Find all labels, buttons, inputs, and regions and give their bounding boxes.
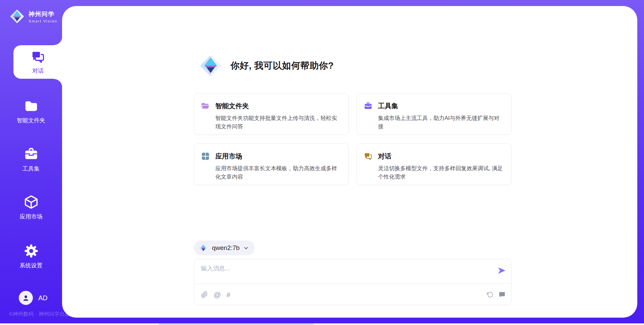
sidebar-item-label: 智能文件夹 (17, 117, 45, 124)
grid-icon (201, 152, 210, 161)
folder-icon (23, 98, 39, 114)
chevron-down-icon (244, 246, 249, 251)
message-input[interactable] (201, 264, 489, 281)
sidebar-item-app-market[interactable]: 应用市场 (0, 194, 62, 220)
history-icon[interactable] (487, 291, 494, 298)
hash-icon[interactable]: # (226, 291, 230, 298)
person-icon (21, 294, 30, 302)
send-icon[interactable] (497, 266, 506, 275)
chat-icon (364, 152, 373, 161)
brand-logo: 神州问学 Smart Vision (9, 9, 57, 24)
card-description: 灵活切换多模型文件，支持多样回复效果调试, 满足个性化需求 (378, 164, 503, 181)
at-icon[interactable]: @ (214, 291, 221, 298)
brand-name: 神州问学 (29, 10, 57, 18)
composer-toolbar-right (487, 291, 505, 298)
model-name: qwen2:7b (212, 244, 239, 252)
folder-open-icon (201, 102, 210, 111)
user-initials: AD (38, 294, 48, 302)
greeting-title: 你好, 我可以如何帮助你? (230, 60, 334, 72)
card-description: 应用市场提供丰富长文本模板，助力高效生成多样化文章内容 (215, 164, 340, 181)
card-chat[interactable]: 对话 灵活切换多模型文件，支持多样回复效果调试, 满足个性化需求 (357, 143, 512, 185)
briefcase-icon (364, 102, 373, 111)
card-description: 集成市场上主流工具，助力AI与外界无缝扩展与对接 (378, 114, 503, 131)
gear-icon (23, 243, 39, 259)
model-selector[interactable]: qwen2:7b (194, 241, 255, 255)
horizontal-scrollbar[interactable] (0, 323, 644, 325)
brand-subtitle: Smart Vision (29, 19, 57, 23)
card-title: 应用市场 (215, 152, 242, 161)
feature-cards: 智能文件夹 智能文件夹功能支持批量文件上传与清洗，轻松实现文件问答 工具集 集成… (194, 93, 512, 185)
copyright-text: ©神州数码 · 神州问学出品 (9, 311, 70, 317)
cube-icon (23, 194, 39, 210)
brand-diamond-icon (9, 9, 25, 24)
sidebar-item-settings[interactable]: 系统设置 (0, 243, 62, 269)
card-smart-folder[interactable]: 智能文件夹 智能文件夹功能支持批量文件上传与清洗，轻松实现文件问答 (194, 93, 349, 135)
card-app-market[interactable]: 应用市场 应用市场提供丰富长文本模板，助力高效生成多样化文章内容 (194, 143, 349, 185)
brand-diamond-icon (199, 244, 208, 253)
brand-diamond-icon (199, 54, 222, 77)
card-title: 对话 (378, 152, 391, 161)
card-toolset[interactable]: 工具集 集成市场上主流工具，助力AI与外界无缝扩展与对接 (357, 93, 512, 135)
scrollbar-thumb[interactable] (159, 323, 314, 325)
sidebar-item-smart-folder[interactable]: 智能文件夹 (0, 98, 62, 124)
avatar (19, 291, 33, 305)
paperclip-icon[interactable] (201, 291, 208, 298)
sidebar-item-label: 工具集 (22, 165, 40, 173)
sidebar-item-label: 对话 (32, 67, 44, 75)
comment-icon[interactable] (498, 291, 505, 298)
sidebar-item-label: 系统设置 (20, 262, 43, 269)
card-title: 工具集 (378, 102, 398, 111)
card-description: 智能文件夹功能支持批量文件上传与清洗，轻松实现文件问答 (215, 114, 340, 131)
chat-icon (31, 50, 45, 64)
composer-toolbar: @ # (201, 284, 505, 305)
app-root: 神州问学 Smart Vision 对话 智能文件夹 工具集 应 (0, 0, 644, 325)
message-composer: @ # (194, 259, 512, 305)
user-profile[interactable]: AD (19, 291, 48, 305)
greeting: 你好, 我可以如何帮助你? (199, 54, 334, 77)
sidebar-item-chat[interactable]: 对话 (13, 45, 62, 79)
main-panel: 你好, 我可以如何帮助你? 智能文件夹 智能文件夹功能支持批量文件上传与清洗，轻… (62, 6, 637, 318)
briefcase-icon (23, 146, 39, 162)
sidebar-item-label: 应用市场 (20, 213, 43, 220)
card-title: 智能文件夹 (215, 102, 249, 111)
sidebar-item-toolset[interactable]: 工具集 (0, 146, 62, 173)
